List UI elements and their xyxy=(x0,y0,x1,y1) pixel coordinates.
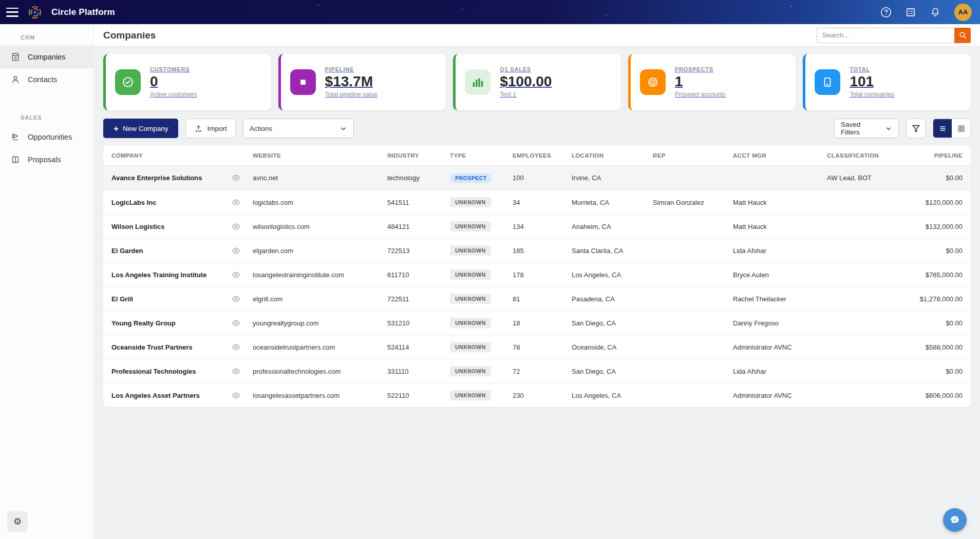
eye-icon[interactable] xyxy=(231,342,253,352)
new-company-button[interactable]: + New Company xyxy=(103,119,178,138)
company-industry: 531210 xyxy=(387,319,450,327)
sidebar-item-contacts[interactable]: Contacts xyxy=(0,68,93,91)
help-icon[interactable] xyxy=(880,7,892,18)
stat-sublabel[interactable]: Prospect accounts xyxy=(675,91,726,98)
table-row[interactable]: El Garden elgarden.com 722513 UNKNOWN 18… xyxy=(103,238,971,262)
view-toggle xyxy=(933,119,971,138)
company-pipeline: $120,000.00 xyxy=(909,199,963,206)
column-header-company: COMPANY xyxy=(111,152,253,159)
grid-view-icon[interactable] xyxy=(952,119,970,138)
company-employees: 230 xyxy=(513,392,572,399)
company-name[interactable]: Los Angeles Asset Partners xyxy=(111,392,231,399)
company-pipeline: $588,000.00 xyxy=(909,343,963,351)
stat-value[interactable]: $13.7M xyxy=(325,74,378,89)
stat-value[interactable]: 0 xyxy=(150,74,197,89)
toolbar: + New Company Import Actions Saved Filte… xyxy=(103,119,971,138)
company-acct-mgr: Danny Fregoso xyxy=(733,319,827,327)
stat-label[interactable]: PIPELINE xyxy=(325,66,378,72)
company-website: avnc.net xyxy=(253,174,387,182)
company-location: Murrieta, CA xyxy=(572,199,653,206)
stat-sublabel[interactable]: Total companies xyxy=(850,91,894,98)
stat-sublabel[interactable]: Total pipeline value xyxy=(325,91,378,98)
eye-icon[interactable] xyxy=(231,198,253,207)
company-name[interactable]: Young Realty Group xyxy=(111,319,231,327)
eye-icon[interactable] xyxy=(231,173,253,183)
table-row[interactable]: LogicLabs Inc logiclabs.com 541511 UNKNO… xyxy=(103,190,971,214)
eye-icon[interactable] xyxy=(231,367,253,376)
table-row[interactable]: Young Realty Group youngrealtygroup.com … xyxy=(103,311,971,335)
eye-icon[interactable] xyxy=(231,318,253,328)
saved-filters-dropdown[interactable]: Saved Filters xyxy=(834,119,899,138)
table-row[interactable]: El Grill elgrill.com 722511 UNKNOWN 81 P… xyxy=(103,286,971,311)
stat-card-customers: CUSTOMERS 0 Active customers xyxy=(103,54,271,110)
cards-icon[interactable] xyxy=(905,7,916,18)
stat-value[interactable]: $100.00 xyxy=(500,74,552,89)
top-navbar: Circle Platform AA xyxy=(0,0,980,24)
company-name[interactable]: El Garden xyxy=(111,247,231,255)
sidebar-item-companies[interactable]: Companies xyxy=(0,46,93,68)
sidebar-item-label: Opportunities xyxy=(28,133,72,141)
search-input[interactable] xyxy=(817,28,954,43)
stat-sublabel[interactable]: Test 1 xyxy=(500,91,552,98)
eye-icon[interactable] xyxy=(231,222,253,232)
company-name[interactable]: Professional Technologies xyxy=(111,368,231,375)
table-body: Avance Enterprise Solutions avnc.net tec… xyxy=(103,166,971,407)
company-name[interactable]: Los Angeles Training Institute xyxy=(111,271,231,279)
type-badge: UNKNOWN xyxy=(450,270,491,280)
company-name[interactable]: Wilson Logistics xyxy=(111,223,231,230)
table-row[interactable]: Los Angeles Training Institute losangele… xyxy=(103,262,971,286)
table-row[interactable]: Professional Technologies professionalte… xyxy=(103,359,971,383)
company-website: elgrill.com xyxy=(253,295,387,303)
company-type: UNKNOWN xyxy=(450,245,513,256)
menu-icon[interactable] xyxy=(6,8,18,17)
chat-icon[interactable] xyxy=(943,508,967,532)
stat-label[interactable]: CUSTOMERS xyxy=(150,66,197,72)
table-row[interactable]: Avance Enterprise Solutions avnc.net tec… xyxy=(103,166,971,190)
column-header-location: LOCATION xyxy=(572,152,653,159)
bell-icon[interactable] xyxy=(930,7,941,18)
page-header: Companies xyxy=(94,24,980,47)
company-rep: Simran Gonzalez xyxy=(653,199,733,206)
app-logo-icon xyxy=(28,5,42,20)
company-name[interactable]: LogicLabs Inc xyxy=(111,199,231,206)
actions-dropdown[interactable]: Actions xyxy=(243,119,354,138)
stat-label[interactable]: Q1 SALES xyxy=(500,66,552,72)
sidebar-item-proposals[interactable]: Proposals xyxy=(0,148,93,171)
company-employees: 178 xyxy=(513,271,572,279)
company-employees: 185 xyxy=(513,247,572,255)
table-row[interactable]: Oceanside Trust Partners oceansidetrustp… xyxy=(103,335,971,359)
stat-value[interactable]: 1 xyxy=(675,74,726,89)
company-pipeline: $765,000.00 xyxy=(909,271,963,279)
company-name[interactable]: Avance Enterprise Solutions xyxy=(111,174,231,182)
stat-label[interactable]: PROSPECTS xyxy=(675,66,726,72)
sidebar-item-opportunities[interactable]: Opportunities xyxy=(0,126,93,148)
stat-label[interactable]: TOTAL xyxy=(850,66,894,72)
filter-icon[interactable] xyxy=(906,119,926,138)
square-icon xyxy=(290,69,316,95)
stat-card-q1-sales: Q1 SALES $100.00 Test 1 xyxy=(453,54,621,110)
company-acct-mgr: Bryce Auten xyxy=(733,271,827,279)
stat-value[interactable]: 101 xyxy=(850,74,894,89)
stat-sublabel[interactable]: Active customers xyxy=(150,91,197,98)
search-icon[interactable] xyxy=(954,28,971,43)
eye-icon[interactable] xyxy=(231,294,253,304)
eye-icon[interactable] xyxy=(231,246,253,256)
company-acct-mgr: Lida Afshar xyxy=(733,247,827,255)
eye-icon[interactable] xyxy=(231,270,253,280)
table-row[interactable]: Wilson Logistics wilsonlogistics.com 484… xyxy=(103,214,971,238)
company-name[interactable]: El Grill xyxy=(111,295,231,303)
import-button[interactable]: Import xyxy=(185,119,235,138)
eye-icon[interactable] xyxy=(231,391,253,400)
company-name[interactable]: Oceanside Trust Partners xyxy=(111,343,231,351)
settings-gear-icon[interactable]: ⚙ xyxy=(7,511,28,532)
sidebar-section-sales: SALES xyxy=(0,104,93,126)
table-row[interactable]: Los Angeles Asset Partners losangelesass… xyxy=(103,383,971,407)
column-header-acct-mgr: ACCT MGR xyxy=(733,152,827,159)
app-title: Circle Platform xyxy=(51,7,115,17)
list-view-icon[interactable] xyxy=(933,119,952,138)
company-employees: 18 xyxy=(513,319,572,327)
company-industry: 722513 xyxy=(387,247,450,255)
avatar[interactable]: AA xyxy=(954,4,972,21)
bar-chart-icon xyxy=(465,69,491,95)
company-acct-mgr: Administrator AVNC xyxy=(733,392,827,399)
